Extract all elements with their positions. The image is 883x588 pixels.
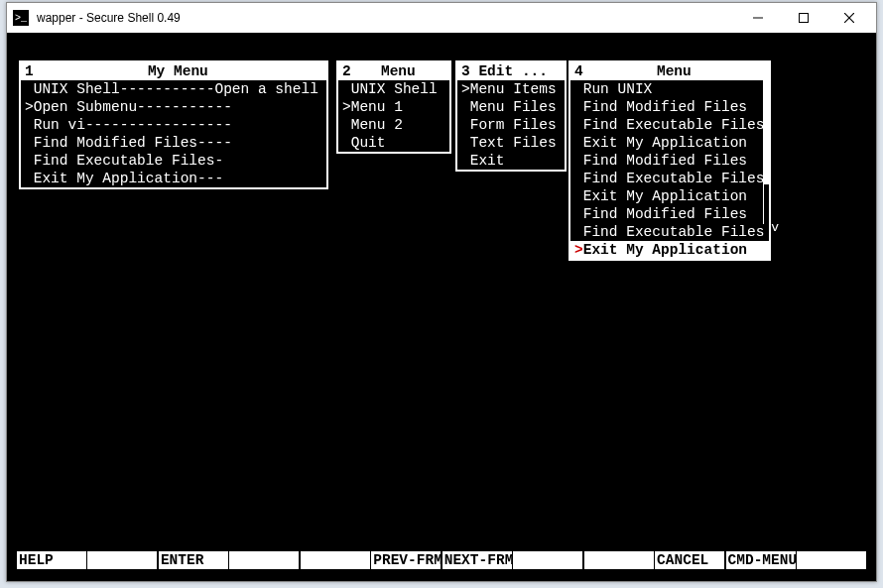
menu-box-3: 3 Edit ... >Menu Items Menu Files Form F… [455, 60, 567, 172]
footer-bar: HELPENTERPREV-FRMNEXT-FRMCANCELCMD-MENU [17, 551, 866, 569]
menu-item-label: Exit My Application [583, 242, 747, 258]
menu-item[interactable]: Run vi----------------- [21, 116, 326, 134]
footer-key-next-frm[interactable]: NEXT-FRM [442, 551, 512, 569]
menu-number: 1 [25, 62, 34, 80]
menu-item-label: Exit My Application--- [34, 171, 223, 186]
menu-item[interactable]: Menu 2 [338, 116, 449, 134]
menu-box-2: 2 Menu UNIX Shell>Menu 1 Menu 2 Quit [336, 60, 451, 154]
footer-key-blank [513, 551, 582, 569]
menu-item[interactable]: Find Executable Files- [21, 152, 326, 170]
scroll-down-indicator: v [771, 219, 779, 237]
menu-item-label: Find Modified Files [583, 99, 747, 115]
menu-header: 4 Menu [570, 62, 769, 80]
menu-header: 3 Edit ... [457, 62, 565, 80]
menu-box-4: 4 Menu Run UNIX Find Modified Files Find… [568, 60, 771, 261]
menu-item[interactable]: UNIX Shell [338, 80, 449, 98]
maximize-button[interactable] [781, 3, 826, 33]
menu-number: 2 [342, 62, 351, 80]
menu-item[interactable]: Exit My Application--- [21, 170, 326, 187]
menu-item[interactable]: Run UNIX [570, 80, 769, 98]
menu-item-label: Find Modified Files---- [34, 135, 232, 151]
menu-item-label: Menu 2 [351, 117, 403, 133]
menu-item[interactable]: Find Modified Files [570, 98, 769, 116]
menu-item[interactable]: Find Modified Files [570, 152, 769, 170]
footer-key-help[interactable]: HELP [17, 551, 86, 569]
footer-key-prev-frm[interactable]: PREV-FRM [371, 551, 441, 569]
menu-number: 3 [461, 62, 470, 80]
menu-item-label: Menu Items [470, 81, 557, 97]
menu-header: 2 Menu [338, 62, 449, 80]
app-window: >_ wapper - Secure Shell 0.49 1 My Menu … [6, 2, 877, 582]
menu-item[interactable]: >Exit My Application [570, 241, 769, 259]
menu-title: My Menu [34, 62, 322, 80]
terminal-area: 1 My Menu UNIX Shell-----------Open a sh… [7, 35, 876, 581]
menu-item-label: Find Executable Files [583, 171, 765, 186]
window-title: wapper - Secure Shell 0.49 [37, 11, 181, 25]
svg-rect-1 [800, 14, 809, 23]
menu-item[interactable]: Menu Files [457, 98, 565, 116]
menu-item[interactable]: Find Executable Files [570, 116, 769, 134]
menu-item[interactable]: Find Modified Files [570, 205, 769, 223]
menu-item-label: Find Modified Files [583, 153, 747, 169]
menu-item-label: UNIX Shell-----------Open a shell [34, 81, 318, 97]
app-icon: >_ [13, 10, 29, 26]
menu-item-label: Find Executable Files [583, 224, 765, 240]
menu-header: 1 My Menu [21, 62, 326, 80]
menu-item[interactable]: Form Files [457, 116, 565, 134]
menu-item[interactable]: Find Modified Files---- [21, 134, 326, 152]
footer-key-blank [229, 551, 299, 569]
footer-key-enter[interactable]: ENTER [159, 551, 228, 569]
menu-item[interactable]: Find Executable Files [570, 223, 769, 241]
footer-key-blank [87, 551, 157, 569]
footer-key-cancel[interactable]: CANCEL [655, 551, 724, 569]
menu-item-label: Form Files [470, 117, 557, 133]
menu-item-label: Exit [470, 153, 505, 169]
menu-item-label: Run vi----------------- [34, 117, 232, 133]
menu-item[interactable]: Exit [457, 152, 565, 170]
menu-item[interactable]: >Open Submenu----------- [21, 98, 326, 116]
menu-item[interactable]: >Menu Items [457, 80, 565, 98]
menu-item[interactable]: Exit My Application [570, 134, 769, 152]
menu-item-label: Open Submenu----------- [34, 99, 232, 115]
menu-item-label: Text Files [470, 135, 557, 151]
menu-item[interactable]: Quit [338, 134, 449, 152]
menu-item[interactable]: Exit My Application [570, 187, 769, 205]
minimize-button[interactable] [735, 3, 781, 33]
menu-item-label: Find Executable Files- [34, 153, 223, 169]
footer-key-blank [584, 551, 654, 569]
menu-item[interactable]: >Menu 1 [338, 98, 449, 116]
menu-item[interactable]: Find Executable Files [570, 170, 769, 187]
footer-key-blank [301, 551, 370, 569]
menu-title: Menu [583, 62, 765, 80]
menu-title: Edit ... [470, 62, 561, 80]
menu-item-label: Run UNIX [583, 81, 653, 97]
menu-item-label: UNIX Shell [351, 81, 438, 97]
menu-item-label: Find Executable Files [583, 117, 765, 133]
menu-item-label: Find Modified Files [583, 206, 747, 222]
menu-item[interactable]: Text Files [457, 134, 565, 152]
footer-key-cmd-menu[interactable]: CMD-MENU [726, 551, 796, 569]
footer-key-blank [797, 551, 866, 569]
menu-item-label: Menu 1 [351, 99, 403, 115]
menu-item[interactable]: UNIX Shell-----------Open a shell [21, 80, 326, 98]
menu-box-1: 1 My Menu UNIX Shell-----------Open a sh… [19, 60, 328, 189]
menu-item-label: Exit My Application [583, 135, 747, 151]
menu-number: 4 [574, 62, 583, 80]
menu-item-label: Quit [351, 135, 386, 151]
menu-item-label: Exit My Application [583, 188, 747, 204]
titlebar: >_ wapper - Secure Shell 0.49 [7, 3, 876, 33]
menu-item-label: Menu Files [470, 99, 557, 115]
menu-title: Menu [351, 62, 445, 80]
scrollbar[interactable] [763, 80, 771, 259]
close-button[interactable] [826, 3, 872, 33]
